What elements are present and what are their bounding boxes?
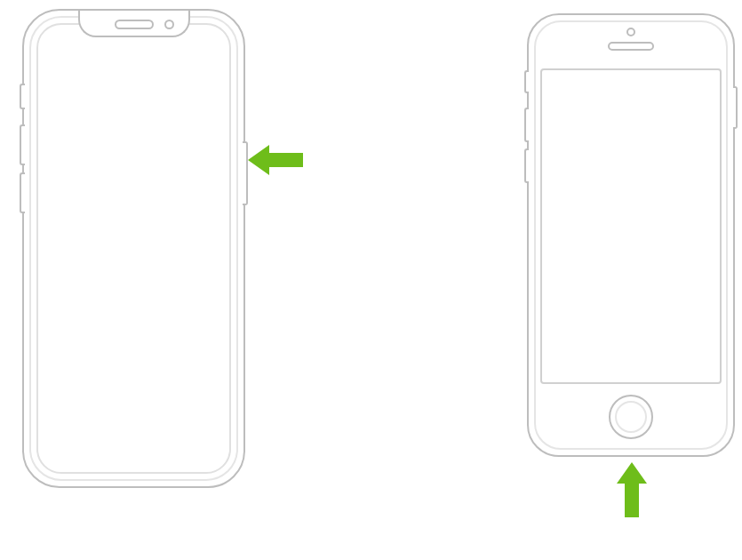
arrow-left-icon <box>248 142 303 178</box>
diagram-canvas: iPhone with Face ID, arrow pointing to s… <box>0 0 742 560</box>
front-camera <box>164 20 174 29</box>
earpiece-speaker <box>608 42 654 51</box>
volume-down-button <box>20 172 25 213</box>
volume-up-button <box>20 124 25 165</box>
side-button <box>733 86 738 129</box>
svg-marker-1 <box>617 462 647 517</box>
screen <box>540 68 722 384</box>
home-button <box>609 395 653 439</box>
volume-down-button <box>524 148 529 183</box>
iphone-face-id: iPhone with Face ID, arrow pointing to s… <box>22 9 245 488</box>
alt-text: iPhone with Home button, arrow pointing … <box>529 15 530 16</box>
mute-switch <box>20 84 25 109</box>
arrow-up-icon <box>614 462 650 517</box>
svg-marker-0 <box>248 145 303 175</box>
mute-switch <box>524 70 529 93</box>
volume-up-button <box>524 108 529 142</box>
screen <box>36 23 231 474</box>
earpiece-speaker <box>115 20 154 29</box>
front-camera <box>626 28 635 36</box>
iphone-touch-id: iPhone with Home button, arrow pointing … <box>527 13 735 457</box>
alt-text: iPhone with Face ID, arrow pointing to s… <box>24 11 25 12</box>
